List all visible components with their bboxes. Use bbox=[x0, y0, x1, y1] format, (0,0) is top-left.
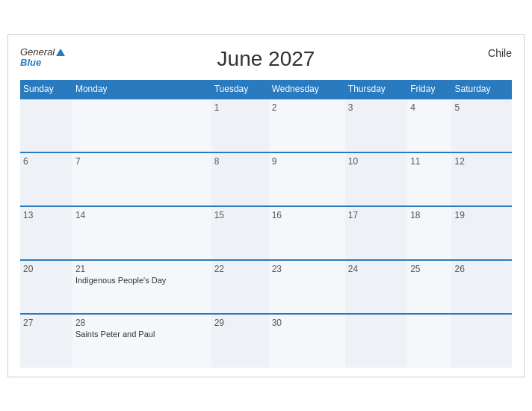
day-number: 24 bbox=[348, 264, 404, 274]
calendar-tbody: 123456789101112131415161718192021Indigen… bbox=[20, 99, 512, 368]
day-number: 22 bbox=[214, 264, 266, 274]
calendar-cell: 24 bbox=[345, 260, 407, 314]
calendar-cell: 4 bbox=[407, 99, 451, 152]
calendar-cell bbox=[451, 314, 512, 368]
calendar-cell bbox=[72, 99, 211, 152]
day-number: 12 bbox=[454, 156, 509, 167]
logo-triangle-icon bbox=[56, 49, 65, 56]
calendar-cell: 19 bbox=[451, 206, 512, 260]
day-number: 1 bbox=[214, 102, 266, 113]
day-number: 11 bbox=[410, 156, 448, 167]
calendar-cell: 20 bbox=[20, 260, 72, 314]
calendar-cell: 26 bbox=[451, 260, 512, 314]
col-tuesday: Tuesday bbox=[211, 80, 269, 99]
calendar-cell: 6 bbox=[20, 152, 72, 206]
day-number: 2 bbox=[272, 102, 342, 113]
col-sunday: Sunday bbox=[20, 80, 72, 99]
calendar-cell: 7 bbox=[72, 152, 211, 206]
calendar-cell: 5 bbox=[451, 99, 512, 152]
day-number: 16 bbox=[272, 210, 342, 220]
calendar-cell: 15 bbox=[211, 206, 269, 260]
col-friday: Friday bbox=[407, 80, 451, 99]
day-number: 6 bbox=[23, 156, 69, 167]
calendar-cell: 2 bbox=[269, 99, 345, 152]
day-number: 19 bbox=[454, 210, 509, 220]
calendar-cell: 3 bbox=[345, 99, 407, 152]
day-number: 7 bbox=[75, 156, 208, 167]
day-number: 25 bbox=[410, 264, 448, 274]
calendar-cell: 28Saints Peter and Paul bbox=[72, 314, 211, 368]
logo: General Blue bbox=[20, 47, 65, 69]
day-number: 14 bbox=[75, 210, 208, 220]
day-number: 10 bbox=[348, 156, 404, 167]
day-number: 21 bbox=[75, 264, 208, 274]
calendar-week-row: 6789101112 bbox=[20, 152, 512, 206]
day-number: 8 bbox=[214, 156, 266, 167]
calendar-cell: 11 bbox=[407, 152, 451, 206]
col-saturday: Saturday bbox=[451, 80, 512, 99]
calendar-cell: 22 bbox=[211, 260, 269, 314]
calendar-cell: 10 bbox=[345, 152, 407, 206]
calendar-cell: 30 bbox=[269, 314, 345, 368]
calendar-cell: 12 bbox=[451, 152, 512, 206]
calendar-week-row: 2728Saints Peter and Paul2930 bbox=[20, 314, 512, 368]
calendar-week-row: 2021Indigenous People's Day2223242526 bbox=[20, 260, 512, 314]
calendar-cell: 1 bbox=[211, 99, 269, 152]
calendar-table: Sunday Monday Tuesday Wednesday Thursday… bbox=[20, 80, 512, 368]
calendar-cell: 14 bbox=[72, 206, 211, 260]
calendar-cell: 9 bbox=[269, 152, 345, 206]
calendar-cell bbox=[345, 314, 407, 368]
day-number: 4 bbox=[410, 102, 448, 113]
calendar-thead: Sunday Monday Tuesday Wednesday Thursday… bbox=[20, 80, 512, 99]
calendar-cell: 23 bbox=[269, 260, 345, 314]
calendar-title: June 2027 bbox=[217, 47, 315, 71]
col-monday: Monday bbox=[72, 80, 211, 99]
calendar-header: General Blue June 2027 Chile bbox=[20, 47, 512, 71]
day-number: 15 bbox=[214, 210, 266, 220]
day-number: 27 bbox=[23, 318, 69, 328]
holiday-label: Saints Peter and Paul bbox=[75, 330, 208, 339]
country-label: Chile bbox=[488, 47, 512, 59]
calendar-cell: 21Indigenous People's Day bbox=[72, 260, 211, 314]
day-number: 23 bbox=[272, 264, 342, 274]
calendar-cell: 8 bbox=[211, 152, 269, 206]
day-number: 5 bbox=[454, 102, 509, 113]
day-number: 9 bbox=[272, 156, 342, 167]
logo-blue-text: Blue bbox=[20, 58, 65, 68]
weekday-header-row: Sunday Monday Tuesday Wednesday Thursday… bbox=[20, 80, 512, 99]
calendar-cell: 16 bbox=[269, 206, 345, 260]
day-number: 30 bbox=[272, 318, 342, 328]
day-number: 18 bbox=[410, 210, 448, 220]
col-wednesday: Wednesday bbox=[269, 80, 345, 99]
day-number: 20 bbox=[23, 264, 69, 274]
calendar-cell: 27 bbox=[20, 314, 72, 368]
calendar-cell: 18 bbox=[407, 206, 451, 260]
day-number: 13 bbox=[23, 210, 69, 220]
col-thursday: Thursday bbox=[345, 80, 407, 99]
calendar-container: General Blue June 2027 Chile Sunday Mond… bbox=[7, 34, 525, 377]
day-number: 28 bbox=[75, 318, 208, 328]
calendar-cell: 13 bbox=[20, 206, 72, 260]
calendar-cell: 25 bbox=[407, 260, 451, 314]
calendar-cell: 29 bbox=[211, 314, 269, 368]
calendar-week-row: 12345 bbox=[20, 99, 512, 152]
day-number: 17 bbox=[348, 210, 404, 220]
calendar-cell bbox=[20, 99, 72, 152]
logo-general-text: General bbox=[20, 47, 65, 58]
day-number: 29 bbox=[214, 318, 266, 328]
calendar-cell bbox=[407, 314, 451, 368]
day-number: 26 bbox=[454, 264, 509, 274]
holiday-label: Indigenous People's Day bbox=[75, 276, 208, 285]
day-number: 3 bbox=[348, 102, 404, 113]
calendar-cell: 17 bbox=[345, 206, 407, 260]
calendar-week-row: 13141516171819 bbox=[20, 206, 512, 260]
